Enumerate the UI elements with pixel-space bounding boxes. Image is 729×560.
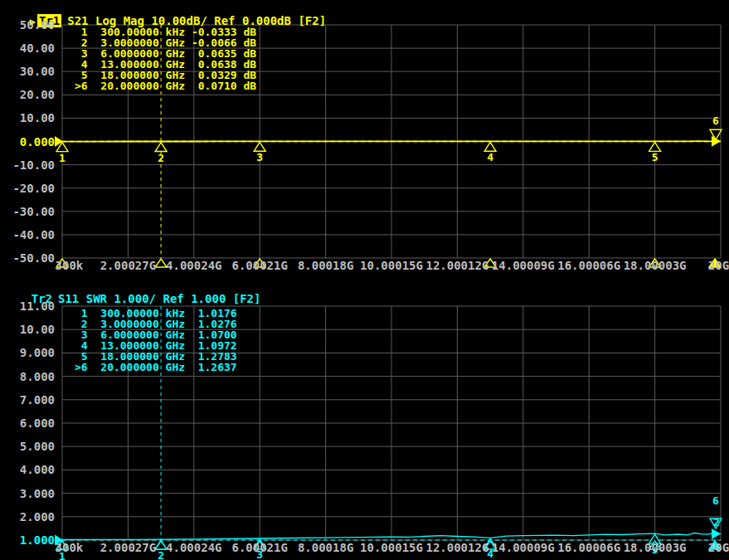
chart2-ytick: 8.000	[0, 370, 55, 383]
chart1-ytick: 30.00	[0, 65, 55, 78]
chart1-ytick: -30.00	[0, 205, 55, 218]
chart2-xtick: 12.00012G	[425, 542, 488, 554]
chart2-xtick: 2.00027G	[100, 542, 156, 554]
chart1-ytick: -40.00	[0, 228, 55, 241]
chart1-xtick: 4.00024G	[166, 260, 221, 272]
chart1-xtick: 2.00027G	[100, 260, 156, 272]
chart2-ytick: 9.000	[0, 346, 55, 359]
trace2-title: S11 SWR 1.000/ Ref 1.000 [F2]	[58, 292, 260, 305]
marker-2-axis-tick-icon	[155, 541, 167, 549]
chart2-ytick: 11.00	[0, 299, 55, 313]
chart2-xtick: 18.00003G	[624, 542, 687, 554]
trace2-number-tag: 2	[713, 516, 720, 528]
marker-3-icon[interactable]	[254, 142, 265, 151]
marker-2-icon[interactable]	[155, 143, 167, 152]
chart1-ytick: 50.00	[0, 18, 55, 32]
trace-2-edge-indicator-icon	[712, 528, 721, 539]
chart1-xtick: 12.00012G	[425, 260, 488, 272]
marker-5-number: 5	[652, 151, 659, 163]
chart1-ytick: -10.00	[0, 158, 55, 172]
chart1-xtick: 14.00009G	[492, 260, 555, 272]
chart1-ytick: 40.00	[0, 41, 55, 55]
chart2-xtick: 10.00015G	[360, 542, 423, 554]
marker-6-number: 6	[712, 114, 719, 127]
chart1-xtick: 300k	[56, 260, 84, 272]
chart1-ytick: -20.00	[0, 182, 55, 195]
marker-1-number: 1	[59, 152, 66, 164]
chart2-ytick: 6.000	[0, 416, 55, 430]
chart2-marker-row: >6 20.000000 GHz 1.2637	[75, 362, 237, 373]
chart2-ytick: 5.000	[0, 440, 55, 453]
marker-5-icon[interactable]	[649, 142, 661, 151]
chart2-xtick: 6.00021G	[231, 542, 287, 554]
chart1-xtick: 6.00021G	[231, 260, 287, 272]
chart1-ytick: -50.00	[0, 251, 55, 265]
marker-2-axis-tick-icon	[155, 259, 167, 267]
chart1-ytick: 20.00	[0, 88, 55, 101]
chart2-xtick: 20G	[708, 542, 729, 554]
chart2-xtick: 14.00009G	[492, 542, 555, 554]
marker-6-number: 6	[712, 494, 719, 507]
marker-4-number: 4	[487, 151, 493, 163]
vna-screen: 1234561234562 ▶Tr1S21 Log Mag 10.00dB/ R…	[0, 0, 729, 560]
marker-2-number: 2	[158, 152, 164, 164]
marker-3-number: 3	[256, 151, 263, 163]
chart2-xtick: 300k	[56, 542, 84, 554]
chart2-xtick: 16.00006G	[557, 542, 620, 554]
chart1-xtick: 16.00006G	[557, 260, 620, 272]
marker-4-icon[interactable]	[484, 142, 496, 151]
marker-2-number: 2	[158, 549, 164, 560]
chart1-xtick: 8.00018G	[298, 260, 353, 272]
chart1-xtick: 10.00015G	[360, 260, 423, 272]
chart2-ytick: 10.00	[0, 323, 55, 336]
chart2-ytick: 4.000	[0, 463, 55, 476]
chart1-marker-row: >6 20.000000 GHz 0.0710 dB	[75, 80, 256, 91]
chart2-xtick: 4.00024G	[166, 542, 221, 554]
chart1-ytick: 10.00	[0, 111, 55, 124]
chart1-ytick: 0.000	[0, 135, 55, 149]
chart2-ytick: 3.000	[0, 487, 55, 500]
chart2-ytick: 7.000	[0, 393, 55, 407]
chart1-xtick: 20G	[708, 260, 729, 272]
chart2-ytick: 2.000	[0, 510, 55, 523]
chart1-xtick: 18.00003G	[624, 260, 687, 272]
chart2-ytick: 1.000	[0, 533, 55, 547]
chart2-xtick: 8.00018G	[298, 542, 353, 554]
